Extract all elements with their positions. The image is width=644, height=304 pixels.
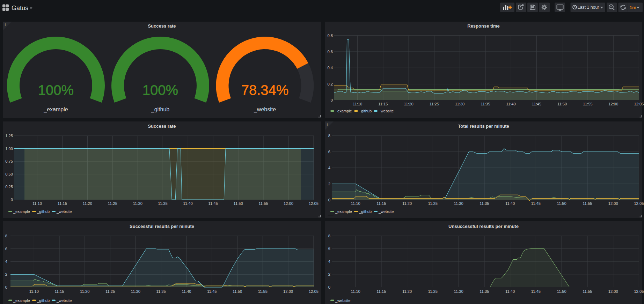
svg-text:11:50: 11:50 [233, 289, 242, 294]
svg-text:6: 6 [328, 246, 330, 251]
svg-text:_example: _example [335, 209, 352, 214]
svg-text:11:25: 11:25 [105, 289, 115, 294]
svg-text:11:10: 11:10 [351, 201, 360, 206]
svg-text:11:55: 11:55 [583, 201, 592, 206]
svg-text:11:30: 11:30 [131, 289, 140, 294]
svg-text:0.4: 0.4 [327, 66, 333, 70]
svg-text:11:55: 11:55 [583, 289, 592, 294]
svg-text:i: i [327, 123, 328, 127]
svg-text:Success rate: Success rate [148, 23, 176, 29]
svg-text:11:25: 11:25 [108, 201, 117, 206]
svg-text:11:45: 11:45 [531, 201, 541, 206]
svg-text:0: 0 [5, 285, 7, 289]
svg-text:_website: _website [56, 298, 72, 303]
svg-text:Success rate: Success rate [148, 124, 176, 129]
svg-text:1m: 1m [630, 5, 637, 10]
svg-text:Total results per minute: Total results per minute [458, 124, 509, 129]
svg-text:11:55: 11:55 [583, 102, 592, 106]
svg-text:11:20: 11:20 [402, 289, 412, 294]
svg-text:_website: _website [254, 106, 276, 113]
svg-text:12:00: 12:00 [608, 201, 618, 206]
svg-text:11:25: 11:25 [428, 289, 438, 294]
svg-text:11:30: 11:30 [454, 201, 463, 206]
svg-text:11:40: 11:40 [506, 102, 516, 106]
svg-text:12:00: 12:00 [283, 289, 293, 294]
svg-text:11:10: 11:10 [353, 102, 362, 106]
svg-text:Last 1 hour: Last 1 hour [578, 5, 599, 10]
svg-text:12:05: 12:05 [634, 201, 644, 206]
svg-text:100%: 100% [38, 82, 74, 98]
svg-text:12:05: 12:05 [634, 102, 644, 106]
svg-text:0.75: 0.75 [5, 159, 13, 163]
svg-text:_github: _github [37, 209, 50, 214]
svg-text:11:55: 11:55 [258, 201, 268, 206]
svg-text:0.2: 0.2 [327, 82, 333, 86]
svg-text:11:20: 11:20 [80, 289, 89, 294]
svg-text:11:40: 11:40 [505, 201, 515, 206]
svg-text:11:15: 11:15 [376, 201, 386, 206]
svg-text:_website: _website [56, 209, 72, 214]
svg-text:_website: _website [335, 298, 350, 303]
svg-text:_example: _example [13, 209, 30, 214]
svg-text:12:05: 12:05 [309, 201, 319, 206]
svg-text:8: 8 [5, 234, 7, 238]
svg-text:_example: _example [43, 106, 68, 113]
svg-text:11:40: 11:40 [182, 289, 191, 294]
svg-text:0: 0 [331, 98, 333, 102]
svg-text:100%: 100% [142, 82, 178, 98]
svg-text:12:05: 12:05 [309, 289, 319, 294]
svg-text:6: 6 [328, 150, 330, 154]
svg-text:0.50: 0.50 [5, 172, 13, 176]
svg-text:Successful results per minute: Successful results per minute [130, 224, 194, 229]
svg-text:0.25: 0.25 [5, 185, 13, 189]
svg-text:11:30: 11:30 [133, 201, 142, 206]
svg-text:2: 2 [328, 272, 330, 276]
svg-text:11:50: 11:50 [234, 201, 243, 206]
svg-text:11:10: 11:10 [32, 201, 42, 206]
svg-text:11:45: 11:45 [207, 289, 217, 294]
svg-text:6: 6 [5, 247, 7, 251]
svg-text:4: 4 [328, 259, 330, 264]
svg-text:11:35: 11:35 [480, 289, 489, 294]
svg-text:_github: _github [37, 298, 50, 303]
svg-text:i: i [5, 23, 6, 27]
svg-text:11:35: 11:35 [156, 289, 166, 294]
svg-text:11:55: 11:55 [258, 289, 268, 294]
svg-text:Gatus: Gatus [12, 5, 28, 12]
svg-text:_github: _github [151, 106, 170, 113]
svg-text:12:00: 12:00 [284, 201, 293, 206]
svg-text:4: 4 [328, 166, 330, 170]
svg-text:_website: _website [378, 209, 394, 214]
svg-text:11:30: 11:30 [454, 289, 463, 294]
svg-text:11:35: 11:35 [158, 201, 168, 206]
svg-text:_github: _github [359, 209, 372, 214]
svg-text:11:30: 11:30 [455, 102, 464, 106]
svg-text:_website: _website [378, 109, 394, 113]
svg-text:78.34%: 78.34% [241, 82, 289, 98]
svg-text:11:15: 11:15 [58, 201, 67, 206]
svg-text:8: 8 [328, 234, 330, 238]
svg-text:1.25: 1.25 [5, 134, 13, 138]
svg-text:8: 8 [328, 134, 330, 138]
svg-text:11:50: 11:50 [557, 102, 567, 106]
svg-text:0: 0 [328, 198, 330, 202]
svg-text:2: 2 [328, 182, 330, 186]
svg-text:11:20: 11:20 [402, 201, 412, 206]
svg-text:11:35: 11:35 [481, 102, 490, 106]
svg-text:Response time: Response time [467, 23, 499, 29]
svg-text:_example: _example [335, 109, 352, 113]
svg-text:_github: _github [359, 109, 372, 113]
svg-text:0: 0 [11, 198, 13, 202]
svg-text:Unsuccessful results per minut: Unsuccessful results per minute [448, 224, 519, 229]
svg-text:0.8: 0.8 [327, 34, 333, 38]
svg-text:0.6: 0.6 [327, 50, 333, 54]
svg-text:11:50: 11:50 [557, 201, 566, 206]
svg-text:11:10: 11:10 [351, 289, 360, 294]
svg-text:12:05: 12:05 [634, 289, 644, 294]
svg-text:2: 2 [5, 272, 7, 276]
svg-text:11:15: 11:15 [376, 289, 386, 294]
svg-text:_example: _example [13, 298, 30, 303]
svg-text:11:15: 11:15 [378, 102, 388, 106]
svg-text:12:00: 12:00 [608, 102, 618, 106]
svg-text:0: 0 [328, 285, 330, 289]
